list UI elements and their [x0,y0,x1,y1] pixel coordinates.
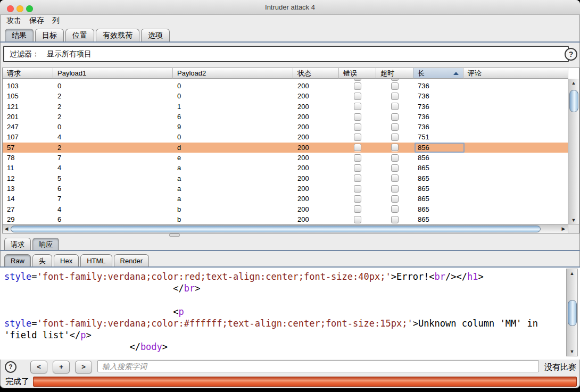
error-checkbox[interactable] [354,93,361,100]
payload2-cell: d [173,143,293,153]
scroll-left-icon[interactable]: ◀ [3,226,10,231]
search-input[interactable] [97,360,539,372]
response-vertical-scrollbar[interactable]: ▲ ▼ [566,269,578,356]
search-next-button[interactable]: > [75,361,92,373]
error-checkbox[interactable] [354,185,361,193]
table-row-request-121[interactable]: 12121200736 [3,102,568,112]
tab-请求[interactable]: 请求 [4,238,31,251]
table-row-request-27[interactable]: 274b200865 [3,204,568,214]
timeout-checkbox[interactable] [391,144,399,151]
tab-Hex[interactable]: Hex [54,254,79,267]
tab-选项[interactable]: 选项 [141,29,170,41]
search-previous-button[interactable]: < [30,361,47,373]
tab-Render[interactable]: Render [114,254,150,267]
tab-有效载荷[interactable]: 有效载荷 [96,29,139,41]
table-row-request-14[interactable]: 147a200865 [3,194,568,204]
zoom-button[interactable] [26,5,33,12]
menu-item-1[interactable]: 攻击 [6,16,21,26]
payload1-cell: 6 [53,214,173,224]
payload2-cell: 6 [173,112,293,122]
column-header-超时[interactable]: 超时 [376,68,413,79]
tab-目标[interactable]: 目标 [35,29,64,41]
scroll-down-icon[interactable]: ▼ [567,349,577,354]
column-header-错误[interactable]: 错误 [339,68,376,79]
token-pl: > [478,271,484,282]
timeout-checkbox[interactable] [391,82,399,90]
timeout-checkbox[interactable] [391,123,399,131]
token-pl: > [162,341,168,352]
table-vscroll-thumb[interactable] [569,90,578,112]
response-viewer[interactable]: style='font-family:verdana;color:red;tex… [0,268,580,360]
table-row-request-105[interactable]: 10520200736 [3,91,568,101]
menu-item-2[interactable]: 保存 [29,16,44,26]
payload1-cell: 6 [53,184,173,194]
scroll-down-icon[interactable]: ▼ [568,218,579,223]
tab-结果[interactable]: 结果 [5,29,34,41]
table-row-request-12[interactable]: 125a200865 [3,173,568,184]
help-icon[interactable]: ? [5,361,16,373]
column-header-评论[interactable]: 评论 [463,68,568,79]
timeout-checkbox[interactable] [391,174,399,182]
error-checkbox[interactable] [354,205,361,213]
payload2-cell: 0 [173,91,293,101]
timeout-cell [376,81,413,91]
table-row-request-78[interactable]: 787e200856 [3,153,568,163]
tab-Raw[interactable]: Raw [4,254,31,267]
timeout-checkbox[interactable] [391,103,399,110]
error-checkbox[interactable] [354,134,361,141]
close-button[interactable] [7,5,14,12]
table-hscroll-thumb[interactable] [11,226,541,232]
table-vertical-scrollbar[interactable]: ▲ ▼ [568,79,579,224]
timeout-checkbox[interactable] [391,154,399,162]
menu-item-3[interactable]: 列 [52,16,60,26]
response-vscroll-thumb[interactable] [568,300,577,326]
error-checkbox[interactable] [354,123,361,131]
timeout-checkbox[interactable] [391,113,399,121]
tab-HTML[interactable]: HTML [80,254,112,267]
timeout-checkbox[interactable] [391,205,399,213]
error-checkbox[interactable] [354,113,361,121]
minimize-button[interactable] [16,5,23,12]
scroll-right-icon[interactable]: ▶ [560,226,567,231]
error-checkbox[interactable] [354,103,361,110]
column-header-Payload2[interactable]: Payload2 [173,68,293,79]
error-checkbox[interactable] [354,216,361,223]
column-header-请求[interactable]: 请求 [3,68,53,79]
table-row-request-29[interactable]: 296b200865 [3,214,568,224]
timeout-checkbox[interactable] [391,216,399,223]
error-checkbox[interactable] [354,144,361,151]
splitter-grip[interactable] [169,233,180,237]
scroll-up-icon[interactable]: ▲ [567,271,577,276]
column-header-长[interactable]: 长 [413,68,463,79]
table-row-request-201[interactable]: 20126200736 [3,112,568,122]
column-header-状态[interactable]: 状态 [293,68,339,79]
scroll-up-icon[interactable]: ▲ [568,80,579,86]
error-checkbox[interactable] [354,82,361,90]
timeout-checkbox[interactable] [391,185,399,193]
timeout-checkbox[interactable] [391,164,399,172]
error-checkbox[interactable] [354,164,361,172]
search-add-button[interactable]: + [53,361,70,373]
error-checkbox[interactable] [354,195,361,203]
column-header-Payload1[interactable]: Payload1 [53,68,173,79]
comment-cell [463,173,568,184]
tab-位置[interactable]: 位置 [65,29,94,41]
table-row-request-247[interactable]: 24709200736 [3,122,568,132]
payload2-cell: 1 [173,102,293,112]
table-row-request-13[interactable]: 136a200865 [3,184,568,194]
timeout-cell [376,112,413,122]
error-checkbox[interactable] [354,174,361,182]
tab-响应[interactable]: 响应 [32,238,59,251]
filter-bar[interactable]: 过滤器： 显示所有项目 [3,46,569,62]
table-row-request-11[interactable]: 114a200865 [3,163,568,173]
timeout-checkbox[interactable] [391,93,399,100]
help-icon[interactable]: ? [565,48,577,61]
table-horizontal-scrollbar[interactable]: ◀ ▶ [3,224,568,233]
error-checkbox[interactable] [354,154,361,162]
table-row-request-107[interactable]: 10740200751 [3,132,568,142]
timeout-checkbox[interactable] [391,134,399,141]
timeout-checkbox[interactable] [391,195,399,203]
table-row-request-103[interactable]: 10300200736 [3,81,568,91]
tab-头[interactable]: 头 [32,254,52,267]
table-row-request-57[interactable]: 572d200856 [3,143,568,153]
